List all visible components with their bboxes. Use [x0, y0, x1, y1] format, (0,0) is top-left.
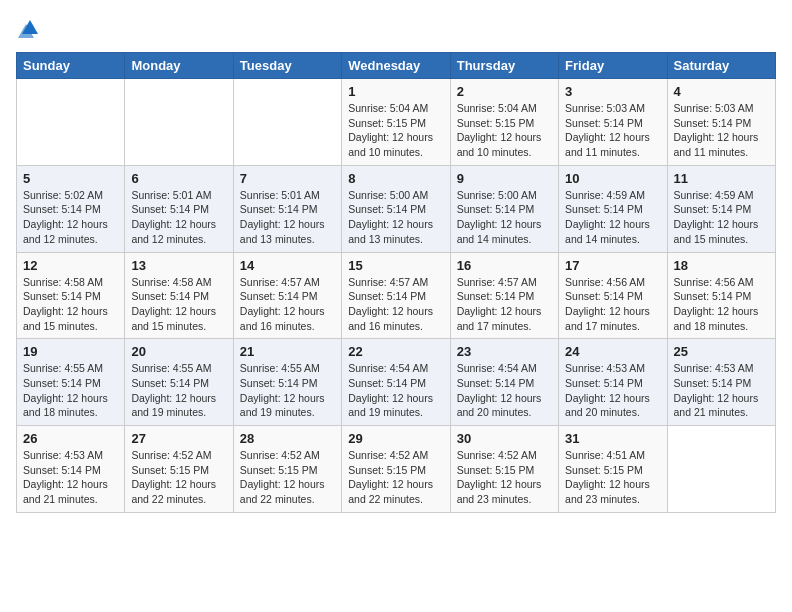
calendar-day-header: Thursday — [450, 53, 558, 79]
calendar-cell: 24Sunrise: 4:53 AM Sunset: 5:14 PM Dayli… — [559, 339, 667, 426]
day-number: 20 — [131, 344, 226, 359]
day-number: 27 — [131, 431, 226, 446]
day-number: 26 — [23, 431, 118, 446]
day-number: 18 — [674, 258, 769, 273]
calendar-cell: 13Sunrise: 4:58 AM Sunset: 5:14 PM Dayli… — [125, 252, 233, 339]
calendar-cell: 7Sunrise: 5:01 AM Sunset: 5:14 PM Daylig… — [233, 165, 341, 252]
day-number: 14 — [240, 258, 335, 273]
calendar-cell: 5Sunrise: 5:02 AM Sunset: 5:14 PM Daylig… — [17, 165, 125, 252]
calendar-cell: 29Sunrise: 4:52 AM Sunset: 5:15 PM Dayli… — [342, 426, 450, 513]
day-info: Sunrise: 5:03 AM Sunset: 5:14 PM Dayligh… — [674, 101, 769, 160]
day-number: 28 — [240, 431, 335, 446]
day-info: Sunrise: 5:04 AM Sunset: 5:15 PM Dayligh… — [348, 101, 443, 160]
day-number: 23 — [457, 344, 552, 359]
logo — [16, 16, 42, 40]
calendar-cell: 11Sunrise: 4:59 AM Sunset: 5:14 PM Dayli… — [667, 165, 775, 252]
day-number: 4 — [674, 84, 769, 99]
day-number: 9 — [457, 171, 552, 186]
calendar-cell: 27Sunrise: 4:52 AM Sunset: 5:15 PM Dayli… — [125, 426, 233, 513]
day-number: 22 — [348, 344, 443, 359]
calendar-cell: 25Sunrise: 4:53 AM Sunset: 5:14 PM Dayli… — [667, 339, 775, 426]
calendar-day-header: Friday — [559, 53, 667, 79]
calendar-day-header: Sunday — [17, 53, 125, 79]
day-info: Sunrise: 4:58 AM Sunset: 5:14 PM Dayligh… — [131, 275, 226, 334]
calendar-cell: 31Sunrise: 4:51 AM Sunset: 5:15 PM Dayli… — [559, 426, 667, 513]
calendar-cell: 18Sunrise: 4:56 AM Sunset: 5:14 PM Dayli… — [667, 252, 775, 339]
day-number: 29 — [348, 431, 443, 446]
day-number: 8 — [348, 171, 443, 186]
calendar-week-row: 26Sunrise: 4:53 AM Sunset: 5:14 PM Dayli… — [17, 426, 776, 513]
calendar-cell: 6Sunrise: 5:01 AM Sunset: 5:14 PM Daylig… — [125, 165, 233, 252]
day-info: Sunrise: 5:00 AM Sunset: 5:14 PM Dayligh… — [457, 188, 552, 247]
calendar-cell: 30Sunrise: 4:52 AM Sunset: 5:15 PM Dayli… — [450, 426, 558, 513]
day-number: 25 — [674, 344, 769, 359]
calendar-cell: 19Sunrise: 4:55 AM Sunset: 5:14 PM Dayli… — [17, 339, 125, 426]
day-info: Sunrise: 4:54 AM Sunset: 5:14 PM Dayligh… — [457, 361, 552, 420]
calendar-day-header: Saturday — [667, 53, 775, 79]
day-number: 17 — [565, 258, 660, 273]
day-number: 16 — [457, 258, 552, 273]
day-info: Sunrise: 4:56 AM Sunset: 5:14 PM Dayligh… — [674, 275, 769, 334]
day-info: Sunrise: 4:58 AM Sunset: 5:14 PM Dayligh… — [23, 275, 118, 334]
calendar-cell: 26Sunrise: 4:53 AM Sunset: 5:14 PM Dayli… — [17, 426, 125, 513]
day-info: Sunrise: 4:53 AM Sunset: 5:14 PM Dayligh… — [565, 361, 660, 420]
day-info: Sunrise: 4:52 AM Sunset: 5:15 PM Dayligh… — [131, 448, 226, 507]
day-info: Sunrise: 5:03 AM Sunset: 5:14 PM Dayligh… — [565, 101, 660, 160]
calendar-week-row: 19Sunrise: 4:55 AM Sunset: 5:14 PM Dayli… — [17, 339, 776, 426]
calendar-day-header: Monday — [125, 53, 233, 79]
calendar-cell: 2Sunrise: 5:04 AM Sunset: 5:15 PM Daylig… — [450, 79, 558, 166]
calendar-cell: 17Sunrise: 4:56 AM Sunset: 5:14 PM Dayli… — [559, 252, 667, 339]
day-number: 3 — [565, 84, 660, 99]
day-info: Sunrise: 4:52 AM Sunset: 5:15 PM Dayligh… — [240, 448, 335, 507]
day-number: 15 — [348, 258, 443, 273]
day-info: Sunrise: 4:59 AM Sunset: 5:14 PM Dayligh… — [674, 188, 769, 247]
day-info: Sunrise: 4:55 AM Sunset: 5:14 PM Dayligh… — [23, 361, 118, 420]
day-info: Sunrise: 4:54 AM Sunset: 5:14 PM Dayligh… — [348, 361, 443, 420]
calendar-cell — [17, 79, 125, 166]
logo-icon — [18, 16, 42, 40]
day-info: Sunrise: 4:53 AM Sunset: 5:14 PM Dayligh… — [23, 448, 118, 507]
day-number: 2 — [457, 84, 552, 99]
day-info: Sunrise: 5:01 AM Sunset: 5:14 PM Dayligh… — [131, 188, 226, 247]
calendar-week-row: 5Sunrise: 5:02 AM Sunset: 5:14 PM Daylig… — [17, 165, 776, 252]
header — [16, 16, 776, 40]
day-info: Sunrise: 4:56 AM Sunset: 5:14 PM Dayligh… — [565, 275, 660, 334]
calendar-cell: 10Sunrise: 4:59 AM Sunset: 5:14 PM Dayli… — [559, 165, 667, 252]
calendar-day-header: Wednesday — [342, 53, 450, 79]
day-number: 11 — [674, 171, 769, 186]
calendar-week-row: 12Sunrise: 4:58 AM Sunset: 5:14 PM Dayli… — [17, 252, 776, 339]
calendar-cell: 12Sunrise: 4:58 AM Sunset: 5:14 PM Dayli… — [17, 252, 125, 339]
day-info: Sunrise: 4:57 AM Sunset: 5:14 PM Dayligh… — [240, 275, 335, 334]
calendar-cell: 16Sunrise: 4:57 AM Sunset: 5:14 PM Dayli… — [450, 252, 558, 339]
calendar-cell: 4Sunrise: 5:03 AM Sunset: 5:14 PM Daylig… — [667, 79, 775, 166]
calendar-cell: 20Sunrise: 4:55 AM Sunset: 5:14 PM Dayli… — [125, 339, 233, 426]
day-number: 10 — [565, 171, 660, 186]
calendar-cell: 15Sunrise: 4:57 AM Sunset: 5:14 PM Dayli… — [342, 252, 450, 339]
day-number: 5 — [23, 171, 118, 186]
calendar-cell — [233, 79, 341, 166]
day-number: 12 — [23, 258, 118, 273]
page: SundayMondayTuesdayWednesdayThursdayFrid… — [0, 0, 792, 529]
day-info: Sunrise: 4:51 AM Sunset: 5:15 PM Dayligh… — [565, 448, 660, 507]
day-info: Sunrise: 5:00 AM Sunset: 5:14 PM Dayligh… — [348, 188, 443, 247]
calendar-cell: 23Sunrise: 4:54 AM Sunset: 5:14 PM Dayli… — [450, 339, 558, 426]
day-info: Sunrise: 5:01 AM Sunset: 5:14 PM Dayligh… — [240, 188, 335, 247]
calendar-cell: 8Sunrise: 5:00 AM Sunset: 5:14 PM Daylig… — [342, 165, 450, 252]
calendar-cell: 1Sunrise: 5:04 AM Sunset: 5:15 PM Daylig… — [342, 79, 450, 166]
day-number: 19 — [23, 344, 118, 359]
calendar-day-header: Tuesday — [233, 53, 341, 79]
day-info: Sunrise: 5:04 AM Sunset: 5:15 PM Dayligh… — [457, 101, 552, 160]
day-info: Sunrise: 4:55 AM Sunset: 5:14 PM Dayligh… — [131, 361, 226, 420]
calendar-cell — [125, 79, 233, 166]
calendar: SundayMondayTuesdayWednesdayThursdayFrid… — [16, 52, 776, 513]
day-number: 31 — [565, 431, 660, 446]
day-info: Sunrise: 4:57 AM Sunset: 5:14 PM Dayligh… — [348, 275, 443, 334]
day-info: Sunrise: 4:52 AM Sunset: 5:15 PM Dayligh… — [348, 448, 443, 507]
calendar-cell: 28Sunrise: 4:52 AM Sunset: 5:15 PM Dayli… — [233, 426, 341, 513]
day-number: 13 — [131, 258, 226, 273]
day-info: Sunrise: 4:53 AM Sunset: 5:14 PM Dayligh… — [674, 361, 769, 420]
calendar-cell: 3Sunrise: 5:03 AM Sunset: 5:14 PM Daylig… — [559, 79, 667, 166]
calendar-week-row: 1Sunrise: 5:04 AM Sunset: 5:15 PM Daylig… — [17, 79, 776, 166]
day-number: 7 — [240, 171, 335, 186]
day-number: 1 — [348, 84, 443, 99]
